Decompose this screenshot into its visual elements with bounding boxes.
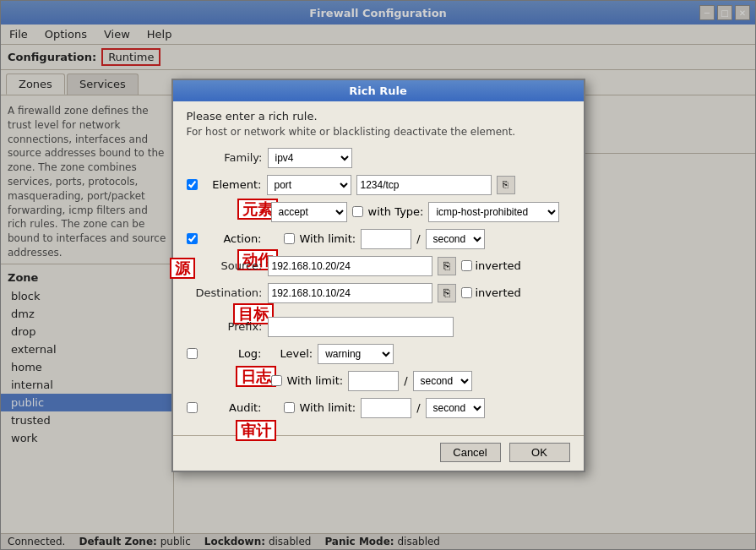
dialog-buttons: Cancel OK	[173, 435, 584, 471]
log-with-limit-label: With limit:	[287, 374, 344, 387]
dest-input[interactable]	[268, 283, 432, 303]
source-label: Source:	[187, 259, 263, 272]
action-select[interactable]: accept drop reject	[271, 202, 347, 222]
action-checkbox[interactable]	[187, 233, 198, 244]
audit-with-limit-checkbox[interactable]	[284, 402, 295, 413]
dest-inverted-checkbox[interactable]	[461, 287, 472, 298]
element-label: Element:	[203, 178, 262, 191]
action-with-limit-label: With limit:	[300, 232, 356, 245]
dialog-desc1: Please enter a rich rule.	[187, 110, 570, 123]
rich-rule-dialog: Rich Rule Please enter a rich rule. For …	[171, 79, 585, 472]
element-type-select[interactable]: port protocol service icmp-block forward…	[267, 175, 351, 195]
audit-label: Audit:	[203, 401, 262, 414]
log-with-limit-checkbox[interactable]	[271, 375, 282, 386]
action-row1: accept drop reject with Type: icmp-host-…	[187, 202, 570, 222]
audit-limit-input[interactable]	[361, 398, 411, 418]
dest-label: Destination:	[187, 286, 263, 299]
with-type-label: with Type:	[368, 205, 424, 218]
dialog-body: Please enter a rich rule. For host or ne…	[173, 101, 584, 435]
prefix-label: Prefix:	[187, 320, 263, 333]
log-label: Log:	[203, 347, 262, 360]
source-inverted-checkbox[interactable]	[461, 260, 472, 271]
dest-inverted-label: inverted	[476, 286, 521, 299]
element-row: Element: port protocol service icmp-bloc…	[187, 175, 570, 195]
source-inverted-label: inverted	[476, 259, 521, 272]
audit-second-select[interactable]: secondminutehourday	[426, 398, 485, 418]
action-limit-slash: /	[416, 232, 420, 245]
with-type-select[interactable]: icmp-host-prohibited icmp-net-prohibited…	[428, 202, 559, 222]
with-type-checkbox[interactable]	[352, 206, 363, 217]
dest-inverted-group: inverted	[461, 286, 521, 299]
dialog-overlay: Rich Rule Please enter a rich rule. For …	[0, 0, 756, 550]
dest-row: Destination: ⎘ inverted	[187, 283, 570, 303]
action-label: Action:	[203, 232, 262, 245]
log-checkbox[interactable]	[187, 348, 198, 359]
family-row: Family: ipv4 ipv6	[187, 148, 570, 168]
audit-row: Audit: With limit: / secondminutehourday…	[187, 398, 570, 418]
action-second-select[interactable]: secondminutehourday	[426, 229, 485, 249]
log-row: Log: Level: emergalertcriterr warningnot…	[187, 344, 570, 364]
dialog-desc2: For host or network white or blacklistin…	[187, 126, 570, 138]
audit-with-limit-label: With limit:	[300, 401, 356, 414]
log-limit-slash: /	[404, 374, 407, 387]
prefix-input[interactable]	[268, 317, 454, 337]
action-row2: Action: With limit: / secondminutehourda…	[187, 229, 570, 249]
log-second-select[interactable]: secondminutehourday	[413, 371, 472, 391]
family-select[interactable]: ipv4 ipv6	[268, 148, 352, 168]
source-input[interactable]	[268, 256, 432, 276]
annotation-source: 源	[170, 258, 195, 280]
log-limit-input[interactable]	[348, 371, 399, 391]
dialog-title: Rich Rule	[173, 80, 584, 101]
log-level-label: Level:	[280, 347, 313, 360]
action-with-limit-checkbox[interactable]	[284, 233, 295, 244]
prefix-row: Prefix:	[187, 317, 570, 337]
action-limit-input[interactable]	[361, 229, 411, 249]
source-copy-button[interactable]: ⎘	[438, 257, 456, 275]
element-value-input[interactable]	[356, 175, 492, 195]
log-level-select[interactable]: emergalertcriterr warningnoticeinfodebug	[318, 344, 394, 364]
dest-copy-button[interactable]: ⎘	[438, 284, 456, 302]
source-inverted-group: inverted	[461, 259, 521, 272]
element-copy-button[interactable]: ⎘	[497, 176, 515, 194]
ok-button[interactable]: OK	[509, 443, 570, 462]
element-checkbox[interactable]	[187, 179, 198, 190]
log-with-limit-row: With limit: / secondminutehourday	[187, 371, 570, 391]
annotation-audit: 审计	[236, 420, 276, 442]
source-row: Source: ⎘ inverted 源	[187, 256, 570, 276]
audit-checkbox[interactable]	[187, 402, 198, 413]
cancel-button[interactable]: Cancel	[440, 443, 501, 462]
family-label: Family:	[187, 151, 263, 164]
audit-limit-slash: /	[416, 401, 420, 414]
